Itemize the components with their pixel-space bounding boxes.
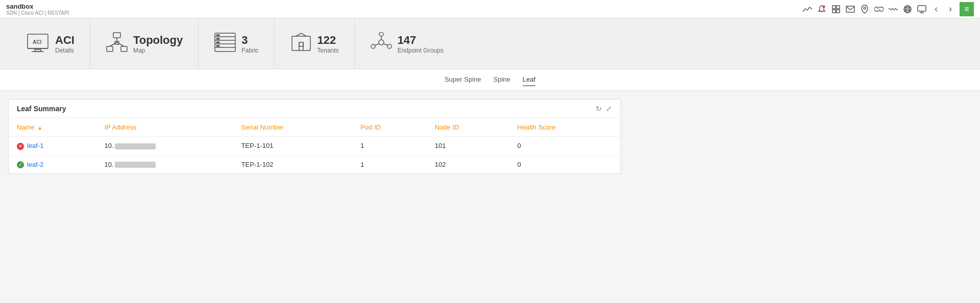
svg-rect-34 — [216, 38, 219, 39]
cell-health: 0 — [509, 155, 621, 173]
nav-tile-endpoint[interactable]: 147 Endpoint Groups — [355, 18, 459, 69]
cell-node: 102 — [427, 155, 509, 173]
leaf-link[interactable]: leaf-1 — [27, 142, 44, 149]
svg-line-46 — [384, 44, 388, 45]
prev-icon[interactable]: ‹ — [931, 4, 941, 14]
ip-redacted — [115, 162, 156, 168]
location-icon[interactable] — [860, 4, 870, 14]
col-header-node[interactable]: Node ID — [427, 118, 509, 137]
tenants-tile-number: 122 — [317, 34, 339, 47]
aci-tile-text: ACI Details — [55, 34, 75, 54]
svg-rect-2 — [832, 6, 836, 9]
svg-rect-35 — [216, 42, 219, 43]
nav-tile-aci[interactable]: ACI ACI Details — [10, 18, 90, 69]
summary-title: Leaf Summary — [17, 105, 66, 113]
sort-arrow-name: ▲ — [37, 125, 42, 131]
endpoint-tile-number: 147 — [398, 34, 444, 47]
tenants-tile-text: 122 Tenants — [317, 34, 339, 54]
top-bar: sandbox SDN | Cisco ACI | RESTAPI — [0, 0, 980, 18]
cell-serial: TEP-1-101 — [233, 137, 353, 156]
next-icon[interactable]: › — [945, 4, 955, 14]
main-content: Leaf Summary ↻ ⤢ Name ▲ IP Address Seria… — [0, 91, 980, 295]
svg-rect-5 — [837, 10, 840, 13]
tab-leaf[interactable]: Leaf — [523, 73, 535, 86]
cell-serial: TEP-1-102 — [233, 155, 353, 173]
svg-point-1 — [823, 5, 825, 8]
cell-ip: 10. — [96, 137, 233, 156]
col-header-serial[interactable]: Serial Number — [233, 118, 353, 137]
nav-tile-topology[interactable]: Topology Map — [90, 18, 199, 69]
topology-icon — [106, 32, 128, 55]
svg-rect-23 — [121, 46, 127, 52]
svg-rect-4 — [832, 10, 836, 13]
fabric-tile-number: 3 — [241, 34, 258, 47]
app-info: sandbox SDN | Cisco ACI | RESTAPI — [6, 3, 69, 16]
grid-icon[interactable] — [831, 4, 841, 14]
app-subtitle: SDN | Cisco ACI | RESTAPI — [6, 10, 69, 16]
app-title: sandbox — [6, 3, 69, 10]
fabric-icon — [214, 32, 236, 55]
svg-rect-21 — [113, 33, 120, 38]
wave-icon[interactable] — [888, 4, 898, 14]
bell-icon[interactable] — [817, 4, 827, 14]
top-bar-icons: ‹ › ≡ — [802, 2, 974, 16]
aci-icon: ACI — [26, 32, 50, 55]
endpoint-tile-label: Endpoint Groups — [398, 47, 444, 54]
leaf-link[interactable]: leaf-2 — [27, 161, 44, 168]
topology-tile-label: Map — [133, 47, 183, 54]
leaf-table: Name ▲ IP Address Serial Number Pod ID N… — [9, 118, 620, 173]
svg-point-44 — [371, 44, 375, 48]
col-header-ip[interactable]: IP Address — [96, 118, 233, 137]
expand-icon[interactable]: ⤢ — [606, 105, 612, 113]
topology-tile-text: Topology Map — [133, 34, 183, 54]
cell-name: ✕leaf-1 — [9, 137, 96, 156]
nav-tile-tenants[interactable]: 122 Tenants — [275, 18, 355, 69]
error-icon: ✕ — [17, 143, 24, 150]
aci-tile-sublabel: Details — [55, 47, 75, 54]
ip-redacted — [115, 143, 156, 149]
nav-tiles: ACI ACI Details Topology Map — [0, 18, 980, 69]
svg-rect-40 — [299, 42, 303, 46]
col-header-pod[interactable]: Pod ID — [352, 118, 427, 137]
svg-rect-6 — [846, 6, 854, 12]
tenants-icon — [290, 32, 312, 55]
aci-tile-label: ACI — [55, 34, 75, 47]
mail-icon[interactable] — [845, 4, 855, 14]
svg-point-43 — [387, 44, 391, 48]
cell-ip: 10. — [96, 155, 233, 173]
link-icon[interactable] — [874, 4, 884, 14]
tab-spine[interactable]: Spine — [494, 73, 510, 86]
chart-icon[interactable] — [802, 4, 813, 14]
cell-node: 101 — [427, 137, 509, 156]
monitor-icon[interactable] — [917, 4, 927, 14]
cell-health: 0 — [509, 137, 621, 156]
svg-line-47 — [375, 44, 379, 45]
svg-rect-33 — [216, 35, 219, 36]
table-row: ✕leaf-110.TEP-1-10111010 — [9, 137, 620, 156]
summary-actions: ↻ ⤢ — [596, 105, 612, 113]
hamburger-button[interactable]: ≡ — [960, 2, 974, 16]
svg-rect-13 — [918, 6, 926, 11]
tab-super-spine[interactable]: Super Spine — [445, 73, 481, 86]
globe-icon[interactable] — [902, 4, 913, 14]
summary-header: Leaf Summary ↻ ⤢ — [9, 99, 620, 118]
table-row: ✓leaf-210.TEP-1-10211020 — [9, 155, 620, 173]
svg-point-41 — [379, 40, 384, 45]
col-header-name[interactable]: Name ▲ — [9, 118, 96, 137]
svg-rect-3 — [837, 6, 840, 9]
fabric-tile-text: 3 Fabric — [241, 34, 258, 54]
svg-point-7 — [864, 7, 866, 9]
refresh-icon[interactable]: ↻ — [596, 105, 602, 113]
fabric-tile-label: Fabric — [241, 47, 258, 54]
col-header-health[interactable]: Health Score — [509, 118, 621, 137]
cell-pod: 1 — [352, 155, 427, 173]
svg-rect-22 — [107, 46, 113, 52]
topology-tile-number: Topology — [133, 34, 183, 47]
summary-card: Leaf Summary ↻ ⤢ Name ▲ IP Address Seria… — [8, 99, 621, 174]
svg-rect-36 — [216, 45, 219, 46]
nav-tile-fabric[interactable]: 3 Fabric — [199, 18, 274, 69]
endpoint-tile-text: 147 Endpoint Groups — [398, 34, 444, 54]
cell-name: ✓leaf-2 — [9, 155, 96, 173]
sub-tabs: Super Spine Spine Leaf — [0, 69, 980, 91]
tenants-tile-label: Tenants — [317, 47, 339, 54]
